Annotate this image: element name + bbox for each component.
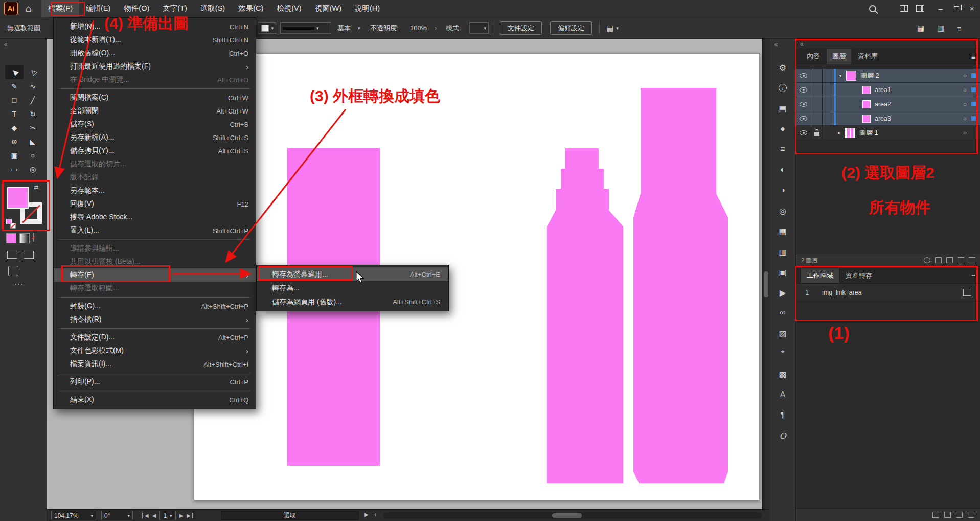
file-menu-item-open-recent[interactable]: 打開最近使用過的檔案(F)›	[54, 60, 256, 73]
lock-cell[interactable]	[811, 126, 823, 140]
file-menu-item-new-from-template[interactable]: 從範本新增(T)...Shift+Ctrl+N	[54, 33, 256, 47]
info-icon[interactable]: i	[769, 78, 796, 98]
knife-tool[interactable]: ╱	[24, 93, 42, 107]
style-label[interactable]: 樣式:	[446, 17, 461, 39]
blob-brush-icon[interactable]: ●	[769, 119, 796, 139]
preferences-button[interactable]: 偏好設定	[550, 21, 592, 35]
symbols-panel-icon[interactable]: *	[769, 344, 796, 364]
screen-mode-normal-icon[interactable]	[7, 251, 17, 259]
swap-fill-stroke-icon[interactable]: ⇄	[34, 184, 38, 191]
close-button[interactable]: ×	[964, 0, 980, 17]
tab-properties[interactable]: 內容	[801, 49, 826, 64]
search-icon[interactable]	[869, 5, 876, 12]
move-up-icon[interactable]	[932, 512, 939, 518]
zoom-tool[interactable]: ◎	[24, 162, 42, 176]
artboard-icon[interactable]	[963, 289, 971, 296]
artboard-number-dropdown[interactable]: 1▾	[159, 511, 175, 520]
layer-row-1[interactable]: ▾圖層 2○	[796, 69, 980, 83]
file-menu-item-file-info[interactable]: 檔案資訊(I)...Alt+Shift+Ctrl+I	[54, 357, 256, 371]
gradient-panel-icon[interactable]: ◐	[769, 160, 796, 180]
file-menu-item-package[interactable]: 封裝(G)...Alt+Shift+Ctrl+P	[54, 300, 256, 313]
delete-artboard-icon[interactable]	[968, 512, 974, 518]
menu-effect[interactable]: 效果(C)	[232, 0, 270, 17]
zoom-level-dropdown[interactable]: 104.17%▾	[51, 511, 96, 520]
rectangle-tool[interactable]: □	[5, 93, 24, 107]
controlbar-menu-icon[interactable]: ≡	[957, 17, 962, 39]
brushes-panel-icon[interactable]: ▨	[769, 323, 796, 344]
layer-row-4[interactable]: area3○	[796, 111, 980, 126]
docs-layout-icon[interactable]: ▥	[937, 17, 944, 39]
file-menu-item-document-color-mode[interactable]: 文件色彩模式(M)›	[54, 344, 256, 357]
document-setup-button[interactable]: 文件設定	[500, 21, 542, 35]
appearance-panel-icon[interactable]: ▩	[769, 364, 796, 384]
pen-tool[interactable]: ✎	[5, 79, 24, 93]
export-submenu-item-save-for-web-legacy[interactable]: 儲存為網頁用 (舊版)...Alt+Shift+Ctrl+S	[257, 295, 448, 309]
shape-builder-tool[interactable]: ⊕	[5, 134, 24, 148]
last-artboard-button[interactable]: ▶	[187, 513, 193, 518]
transform-panel-icon[interactable]: ▤	[769, 98, 796, 119]
restore-button[interactable]	[948, 0, 964, 17]
collapse-panels-chevron-icon[interactable]: «	[800, 40, 804, 48]
arrange-documents-icon[interactable]	[916, 5, 924, 12]
file-menu-item-save[interactable]: 儲存(S)Ctrl+S	[54, 118, 256, 131]
eraser-tool[interactable]: ◆	[5, 121, 24, 134]
fill-color-swatch[interactable]	[7, 187, 29, 209]
character-panel-icon[interactable]: A	[769, 384, 796, 405]
links-panel-icon[interactable]: ∞	[769, 303, 796, 323]
menu-help[interactable]: 說明(H)	[348, 0, 386, 17]
stroke-style-preview-dropdown[interactable]: ▾	[280, 22, 331, 34]
lock-cell[interactable]	[811, 111, 823, 125]
file-menu-item-open[interactable]: 開啟舊檔(O)...Ctrl+O	[54, 47, 256, 60]
vertical-scrollbar-thumb[interactable]	[764, 271, 768, 297]
make-clipping-mask-icon[interactable]	[935, 257, 942, 263]
stroke-color-dropdown[interactable]: ▾	[259, 22, 276, 34]
visibility-cell[interactable]	[796, 111, 811, 125]
workspace-grid-icon[interactable]: ▦	[917, 17, 924, 39]
file-menu-item-search-adobe-stock[interactable]: 搜尋 Adobe Stock...	[54, 211, 256, 224]
file-menu-item-place[interactable]: 置入(L)...Shift+Ctrl+P	[54, 224, 256, 237]
layer-row-3[interactable]: area2○	[796, 97, 980, 111]
status-flyout-icon[interactable]: ▶	[364, 512, 369, 517]
tab-layers[interactable]: 圖層	[827, 49, 851, 64]
file-menu-item-save-as[interactable]: 另存新檔(A)...Shift+Ctrl+S	[54, 131, 256, 144]
menu-object[interactable]: 物件(O)	[117, 0, 156, 17]
tab-libraries[interactable]: 資料庫	[852, 49, 883, 64]
hand-tool[interactable]: ○	[24, 148, 42, 162]
first-artboard-button[interactable]: ◀	[142, 513, 149, 518]
opacity-flyout-icon[interactable]: ›	[435, 17, 437, 39]
file-menu-item-exit[interactable]: 結束(X)Ctrl+Q	[54, 393, 256, 406]
tab-artboards[interactable]: 工作區域	[801, 268, 839, 283]
default-fill-mini-swatch[interactable]	[6, 219, 12, 224]
align-panel-icon[interactable]: ▥	[769, 241, 796, 262]
new-layer-icon[interactable]	[958, 257, 964, 263]
draw-mode-icon[interactable]	[8, 266, 18, 276]
target-circle-icon[interactable]: ○	[963, 129, 967, 137]
align-options-dropdown[interactable]: ▤▾	[606, 17, 619, 39]
eyedropper-tool[interactable]: ◣	[24, 134, 42, 148]
menu-view[interactable]: 檢視(V)	[270, 0, 308, 17]
visibility-cell[interactable]	[796, 69, 811, 82]
file-menu-item-save-as-template[interactable]: 另存範本...	[54, 184, 256, 197]
home-icon[interactable]: ⌂	[26, 3, 31, 14]
expand-panels-chevron-icon[interactable]: «	[774, 41, 778, 48]
target-panel-icon[interactable]: ◎	[769, 200, 796, 221]
menu-edit[interactable]: 編輯(E)	[79, 0, 117, 17]
new-artboard-icon[interactable]	[956, 512, 963, 518]
rotate-tool[interactable]: ↻	[24, 107, 42, 121]
layer-row-5[interactable]: ▸圖層 1○	[796, 126, 980, 140]
panel-menu-icon[interactable]: ≡	[971, 273, 975, 283]
tab-asset-export[interactable]: 資產轉存	[840, 268, 878, 283]
file-menu-item-export[interactable]: 轉存(E)›	[54, 268, 256, 282]
workspace-switcher-icon[interactable]	[900, 5, 908, 12]
collapse-chevron-icon[interactable]: ▸	[836, 130, 843, 135]
expand-chevron-icon[interactable]: ▾	[837, 73, 844, 78]
next-artboard-button[interactable]: ▶	[179, 513, 184, 518]
target-circle-icon[interactable]: ○	[963, 101, 967, 108]
file-menu-item-new[interactable]: 新增(N)...Ctrl+N	[54, 20, 256, 33]
color-button[interactable]	[6, 233, 16, 243]
symbol-sprayer-tool[interactable]: ▣	[5, 148, 24, 162]
edit-toolbar-dots-icon[interactable]: ···	[14, 279, 24, 288]
target-circle-icon[interactable]: ○	[963, 72, 967, 79]
scissors-tool[interactable]: ✂	[24, 121, 42, 134]
stroke-panel-icon[interactable]: ≡	[769, 139, 796, 160]
